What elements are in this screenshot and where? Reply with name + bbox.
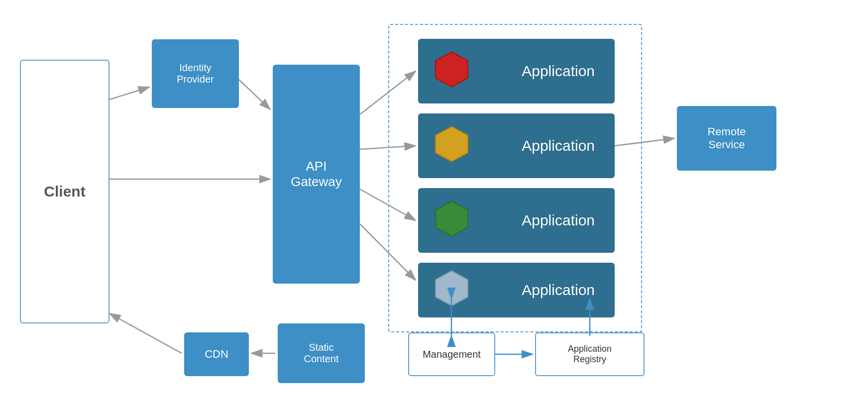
application-4-box: Application	[418, 263, 615, 317]
hex-2-container	[433, 124, 470, 168]
arrow-idp-to-gateway	[239, 80, 270, 109]
hex-4-container	[433, 269, 470, 312]
svg-marker-3	[435, 271, 468, 306]
hex-3-container	[433, 199, 470, 242]
app1-label: Application	[522, 63, 595, 80]
hex-1-icon	[433, 50, 470, 90]
application-2-box: Application	[418, 113, 615, 178]
hex-1-container	[433, 50, 470, 93]
application-1-box: Application	[418, 39, 615, 103]
management-box: Management	[408, 332, 495, 376]
arrow-client-to-idp	[109, 87, 149, 100]
cdn-label: CDN	[205, 348, 228, 361]
api-gateway-label: APIGateway	[291, 159, 342, 190]
hex-2-icon	[433, 124, 470, 164]
remote-service-box: RemoteService	[677, 106, 776, 171]
app2-label: Application	[522, 137, 595, 154]
application-3-box: Application	[418, 188, 615, 253]
app3-label: Application	[522, 212, 595, 229]
svg-marker-0	[435, 52, 468, 87]
svg-marker-1	[435, 127, 468, 162]
diagram-container: Client IdentityProvider APIGateway Appli…	[0, 0, 868, 404]
static-content-box: StaticContent	[278, 323, 365, 383]
cdn-box: CDN	[184, 332, 249, 376]
app-registry-label: ApplicationRegistry	[568, 344, 612, 365]
app4-label: Application	[522, 282, 595, 299]
management-label: Management	[423, 349, 481, 360]
client-box: Client	[20, 60, 109, 323]
client-label: Client	[44, 183, 85, 200]
api-gateway-box: APIGateway	[273, 65, 360, 284]
hex-3-icon	[433, 199, 470, 239]
identity-provider-label: IdentityProvider	[177, 62, 214, 85]
arrow-cdn-to-client	[109, 313, 182, 353]
identity-provider-box: IdentityProvider	[152, 39, 239, 108]
remote-service-label: RemoteService	[707, 125, 746, 151]
hex-4-icon	[433, 269, 470, 308]
svg-marker-2	[435, 202, 468, 236]
static-content-label: StaticContent	[304, 342, 338, 365]
app-registry-box: ApplicationRegistry	[535, 332, 645, 376]
